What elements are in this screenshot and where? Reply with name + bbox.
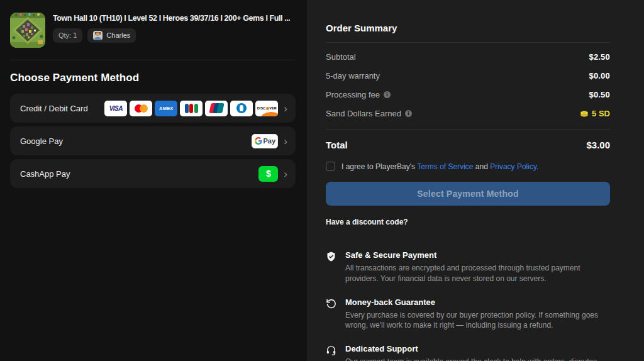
trust-desc: Every purchase is covered by our buyer p… <box>345 310 610 331</box>
qty-badge: Qty: 1 <box>53 28 82 43</box>
refund-arrow-icon <box>326 297 337 331</box>
trust-list: Safe & Secure Payment All transactions a… <box>326 250 610 361</box>
jcb-icon <box>180 101 203 116</box>
headset-icon <box>326 344 337 361</box>
agree-prefix: I agree to PlayerBay's <box>341 162 415 171</box>
payment-method-googlepay[interactable]: Google Pay Pay › <box>10 126 296 155</box>
payment-method-label: Credit / Debit Card <box>20 104 104 113</box>
seller-name: Charles <box>106 32 130 39</box>
chevron-right-icon: › <box>284 169 287 179</box>
summary-divider <box>326 42 610 43</box>
gpay-badge-area: Pay <box>252 134 278 148</box>
choose-payment-heading: Choose Payment Method <box>10 72 296 84</box>
shield-check-icon <box>326 250 337 284</box>
left-panel: Town Hall 10 (TH10) I Level 52 I Heroes … <box>0 0 307 361</box>
section-divider <box>10 60 296 60</box>
trust-title: Money-back Guarantee <box>345 297 610 307</box>
chevron-right-icon: › <box>284 103 287 114</box>
trust-item-body: Safe & Secure Payment All transactions a… <box>345 250 610 284</box>
trust-item-moneyback: Money-back Guarantee Every purchase is c… <box>326 297 610 331</box>
info-icon[interactable] <box>405 110 412 117</box>
summary-row-processing-fee: Processing fee $0.50 <box>326 90 610 99</box>
order-summary-heading: Order Summary <box>326 23 610 33</box>
item-title: Town Hall 10 (TH10) I Level 52 I Heroes … <box>53 14 290 23</box>
summary-row-warranty: 5-day warranty $0.00 <box>326 71 610 81</box>
unionpay-icon <box>205 101 228 116</box>
google-g-icon <box>255 137 262 145</box>
row-label: Subtotal <box>326 52 356 62</box>
row-value: $0.00 <box>589 71 610 81</box>
cashapp-badge-area: $ <box>258 166 278 182</box>
sd-amount: 5 SD <box>592 109 610 118</box>
row-label: Processing fee <box>326 90 391 99</box>
item-info: Town Hall 10 (TH10) I Level 52 I Heroes … <box>53 13 290 48</box>
diners-club-icon <box>230 101 253 116</box>
trust-item-body: Dedicated Support Our support team is av… <box>345 344 610 361</box>
trust-desc: Our support team is available around the… <box>345 357 610 361</box>
total-label: Total <box>326 140 348 150</box>
discount-code-link[interactable]: Have a discount code? <box>326 218 408 226</box>
row-label: 5-day warranty <box>326 71 380 81</box>
payment-method-label: Google Pay <box>20 136 252 146</box>
coin-icon <box>580 110 589 117</box>
and-word: and <box>475 162 488 171</box>
trust-item-body: Money-back Guarantee Every purchase is c… <box>345 297 610 331</box>
row-label-text: Sand Dollars Earned <box>326 109 401 118</box>
chevron-right-icon: › <box>284 136 287 147</box>
terms-agree-row: I agree to PlayerBay's Terms of Service … <box>326 162 610 171</box>
select-payment-method-button[interactable]: Select Payment Method <box>326 182 610 206</box>
payment-method-cashapp[interactable]: CashApp Pay $ › <box>10 159 296 188</box>
row-label: Sand Dollars Earned <box>326 109 412 118</box>
privacy-policy-link[interactable]: Privacy Policy. <box>490 162 538 171</box>
amex-icon: AMEX <box>155 101 177 116</box>
order-item: Town Hall 10 (TH10) I Level 52 I Heroes … <box>10 13 296 48</box>
terms-checkbox[interactable] <box>326 162 335 171</box>
trust-title: Dedicated Support <box>345 344 610 353</box>
checkout-page: Town Hall 10 (TH10) I Level 52 I Heroes … <box>0 0 644 361</box>
trust-item-support: Dedicated Support Our support team is av… <box>326 344 610 361</box>
sand-dollars-value: 5 SD <box>580 109 610 118</box>
payment-method-label: CashApp Pay <box>20 169 258 179</box>
trust-desc: All transactions are encrypted and proce… <box>345 263 610 284</box>
item-badges: Qty: 1 Charles <box>53 28 290 43</box>
cashapp-icon: $ <box>258 166 278 182</box>
gpay-icon: Pay <box>252 134 278 148</box>
info-icon[interactable] <box>384 91 391 98</box>
trust-title: Safe & Secure Payment <box>345 250 610 260</box>
discover-icon: DISCVER <box>255 101 278 116</box>
visa-icon: VISA <box>104 101 127 116</box>
row-value: $0.50 <box>589 90 610 99</box>
order-summary-panel: Order Summary Subtotal $2.50 5-day warra… <box>307 0 644 361</box>
card-brand-icons: VISA AMEX DISCVER <box>104 101 278 116</box>
total-value: $3.00 <box>586 140 610 150</box>
summary-row-sand-dollars: Sand Dollars Earned 5 SD <box>326 109 610 118</box>
seller-badge: Charles <box>87 28 136 43</box>
row-label-text: Processing fee <box>326 90 380 99</box>
trust-item-secure: Safe & Secure Payment All transactions a… <box>326 250 610 284</box>
mastercard-icon <box>130 101 152 116</box>
total-row: Total $3.00 <box>326 129 610 150</box>
village-image <box>10 13 45 48</box>
summary-row-subtotal: Subtotal $2.50 <box>326 52 610 62</box>
terms-of-service-link[interactable]: Terms of Service <box>417 162 473 171</box>
terms-text: I agree to PlayerBay's Terms of Service … <box>341 162 538 171</box>
item-thumbnail <box>10 13 45 48</box>
seller-avatar <box>93 31 103 40</box>
row-value: $2.50 <box>589 52 610 62</box>
payment-method-card[interactable]: Credit / Debit Card VISA AMEX DISCVER › <box>10 94 296 123</box>
